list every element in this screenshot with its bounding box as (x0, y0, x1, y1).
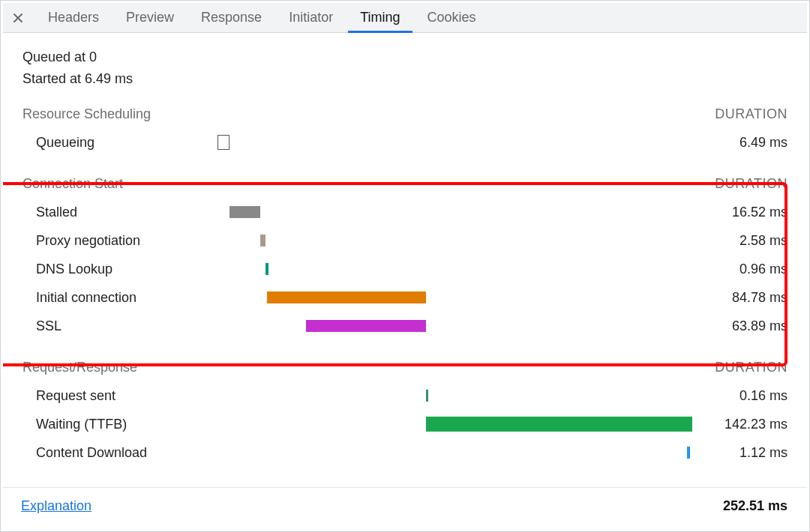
row-value: 0.96 ms (690, 262, 788, 277)
footer: Explanation 252.51 ms (3, 487, 807, 529)
row-label: Waiting (TTFB) (22, 417, 218, 432)
row-value: 84.78 ms (690, 290, 788, 306)
queued-at-text: Queued at 0 (22, 49, 788, 65)
row-content-download: Content Download 1.12 ms (22, 438, 788, 467)
row-label: Stalled (22, 205, 218, 220)
row-initial-connection: Initial connection 84.78 ms (22, 283, 788, 312)
bar-track (218, 128, 690, 157)
row-stalled: Stalled 16.52 ms (22, 198, 788, 226)
row-value: 142.23 ms (690, 417, 788, 432)
explanation-link[interactable]: Explanation (21, 498, 92, 514)
tab-initiator[interactable]: Initiator (275, 3, 346, 32)
bar-dns (266, 263, 268, 275)
bar-waiting (426, 417, 692, 432)
row-label: DNS Lookup (22, 262, 218, 277)
row-proxy: Proxy negotiation 2.58 ms (22, 226, 788, 255)
tab-preview[interactable]: Preview (112, 3, 188, 32)
total-duration: 252.51 ms (723, 498, 788, 514)
bar-proxy (260, 235, 265, 247)
duration-header: DURATION (715, 176, 788, 192)
bar-request-sent (426, 390, 428, 402)
bar-content-download (687, 447, 690, 459)
section-resource-scheduling: Resource Scheduling DURATION Queueing 6.… (22, 106, 788, 157)
row-value: 1.12 ms (690, 445, 788, 461)
row-label: SSL (22, 318, 218, 334)
close-icon[interactable] (8, 13, 28, 22)
row-value: 63.89 ms (690, 318, 788, 334)
section-connection-start: Connection Start DURATION Stalled 16.52 … (22, 176, 788, 340)
row-dns: DNS Lookup 0.96 ms (22, 255, 788, 283)
row-waiting-ttfb: Waiting (TTFB) 142.23 ms (22, 410, 788, 438)
tab-cookies[interactable]: Cookies (414, 3, 490, 32)
section-title: Request/Response (22, 360, 137, 375)
bar-stalled (230, 206, 260, 218)
timing-content: Queued at 0 Started at 6.49 ms Resource … (3, 33, 807, 487)
duration-header: DURATION (715, 360, 788, 375)
started-at-text: Started at 6.49 ms (22, 71, 788, 87)
tab-timing[interactable]: Timing (346, 3, 413, 32)
row-label: Initial connection (22, 290, 218, 306)
row-value: 2.58 ms (690, 233, 788, 249)
tab-bar: Headers Preview Response Initiator Timin… (3, 3, 807, 33)
row-value: 6.49 ms (690, 135, 788, 151)
row-queueing: Queueing 6.49 ms (22, 128, 788, 157)
bar-initial-connection (267, 291, 425, 303)
section-title: Resource Scheduling (22, 106, 151, 122)
row-label: Request sent (22, 388, 218, 404)
row-label: Queueing (22, 135, 218, 151)
bar-queueing (218, 135, 230, 150)
tab-headers[interactable]: Headers (34, 3, 112, 32)
row-ssl: SSL 63.89 ms (22, 312, 788, 340)
row-label: Content Download (22, 445, 218, 461)
tab-response[interactable]: Response (188, 3, 275, 32)
section-request-response: Request/Response DURATION Request sent 0… (22, 360, 788, 467)
row-value: 0.16 ms (690, 388, 788, 404)
section-title: Connection Start (22, 176, 123, 192)
row-request-sent: Request sent 0.16 ms (22, 381, 788, 410)
row-label: Proxy negotiation (22, 233, 218, 249)
timing-panel: Headers Preview Response Initiator Timin… (0, 0, 810, 532)
row-value: 16.52 ms (690, 205, 788, 220)
duration-header: DURATION (715, 106, 788, 122)
bar-ssl (306, 320, 425, 332)
